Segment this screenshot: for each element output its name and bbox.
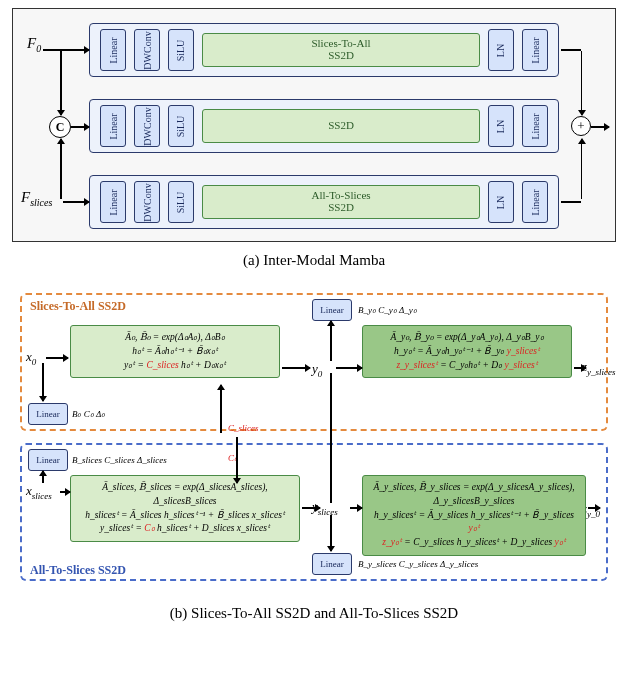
arrow-icon	[581, 51, 583, 115]
caption-b: (b) Slices-To-All SS2D and All-To-Slices…	[12, 605, 616, 622]
params-y0: B_y₀ C_y₀ Δ_y₀	[358, 305, 417, 315]
block-silu: SiLU	[168, 105, 194, 147]
arrow-icon	[336, 367, 362, 369]
arrow-icon	[302, 507, 320, 509]
var-x0: x0	[26, 349, 36, 367]
arrow-icon	[60, 139, 62, 199]
linear-box: Linear	[28, 449, 68, 471]
figure-a-wrapper: F0 Fslices C + Linear DWConv SiLU Slices…	[0, 0, 628, 646]
arrow-icon	[43, 49, 89, 51]
cross-cslices: C_slices	[228, 423, 259, 433]
branch-mid: Linear DWConv SiLU SS2D LN Linear	[89, 99, 559, 153]
arrow-icon	[588, 507, 600, 509]
eq-top-right: Ā_y₀, B̄_y₀ = exp(Δ_y₀A_y₀), Δ_y₀B_y₀ h_…	[362, 325, 572, 378]
var-xslices: xslices	[26, 483, 52, 501]
arrow-icon	[42, 363, 44, 401]
block-ln: LN	[488, 105, 514, 147]
block-dwconv: DWConv	[134, 181, 160, 223]
block-ln: LN	[488, 181, 514, 223]
block-dwconv: DWConv	[134, 29, 160, 71]
arrow-icon	[330, 373, 332, 503]
arrow-icon	[236, 437, 238, 483]
label-all-to-slices: All-To-Slices SS2D	[30, 563, 126, 578]
eq-bot-right: Ā_y_slices, B̄_y_slices = exp(Δ_y_slices…	[362, 475, 586, 556]
part-a-diagram: F0 Fslices C + Linear DWConv SiLU Slices…	[12, 8, 616, 242]
linear-box: Linear	[312, 553, 352, 575]
block-dwconv: DWConv	[134, 105, 160, 147]
arrow-icon	[561, 49, 581, 51]
part-b-diagram: Slices-To-All SS2D All-To-Slices SS2D x0…	[12, 285, 616, 595]
block-linear: Linear	[522, 181, 548, 223]
block-linear: Linear	[100, 181, 126, 223]
var-zyslices: zy_slices	[582, 359, 616, 377]
arrow-icon	[591, 126, 609, 128]
input-fslices: Fslices	[21, 189, 52, 208]
arrow-icon	[71, 126, 89, 128]
branch-bot: Linear DWConv SiLU All-To-SlicesSS2D LN …	[89, 175, 559, 229]
arrow-icon	[581, 139, 583, 199]
block-linear: Linear	[522, 105, 548, 147]
params-b0c0d0: B₀ C₀ Δ₀	[72, 409, 105, 419]
arrow-icon	[561, 201, 581, 203]
block-silu: SiLU	[168, 181, 194, 223]
params-yslices: B_y_slices C_y_slices Δ_y_slices	[358, 559, 478, 569]
block-linear: Linear	[100, 29, 126, 71]
arrow-icon	[63, 201, 89, 203]
arrow-icon	[330, 515, 332, 551]
arrow-icon	[42, 471, 44, 483]
block-linear: Linear	[522, 29, 548, 71]
arrow-icon	[60, 51, 62, 115]
block-ln: LN	[488, 29, 514, 71]
block-ss2d: SS2D	[202, 109, 480, 143]
linear-box: Linear	[28, 403, 68, 425]
concat-icon: C	[49, 116, 71, 138]
arrow-icon	[60, 491, 70, 493]
arrow-icon	[330, 321, 332, 361]
input-f0: F0	[27, 35, 41, 54]
block-silu: SiLU	[168, 29, 194, 71]
linear-box: Linear	[312, 299, 352, 321]
arrow-icon	[574, 367, 586, 369]
arrow-icon	[282, 367, 310, 369]
eq-top-left: Ā₀, B̄₀ = exp(Δ₀A₀), Δ₀B₀ h₀ᵗ = Ā₀h₀ᵗ⁻¹ …	[70, 325, 280, 378]
block-linear: Linear	[100, 105, 126, 147]
arrow-icon	[220, 385, 222, 433]
var-y0: y0	[312, 361, 322, 379]
branch-top: Linear DWConv SiLU Slices-To-AllSS2D LN …	[89, 23, 559, 77]
plus-icon: +	[571, 116, 591, 136]
arrow-icon	[46, 357, 68, 359]
caption-a: (a) Inter-Modal Mamba	[12, 252, 616, 269]
arrow-icon	[350, 507, 362, 509]
params-slices: B_slices C_slices Δ_slices	[72, 455, 167, 465]
block-all-to-slices-ss2d: All-To-SlicesSS2D	[202, 185, 480, 219]
label-slices-to-all: Slices-To-All SS2D	[30, 299, 126, 314]
eq-bot-left: Ā_slices, B̄_slices = exp(Δ_slicesA_slic…	[70, 475, 300, 542]
block-slices-to-all-ss2d: Slices-To-AllSS2D	[202, 33, 480, 67]
